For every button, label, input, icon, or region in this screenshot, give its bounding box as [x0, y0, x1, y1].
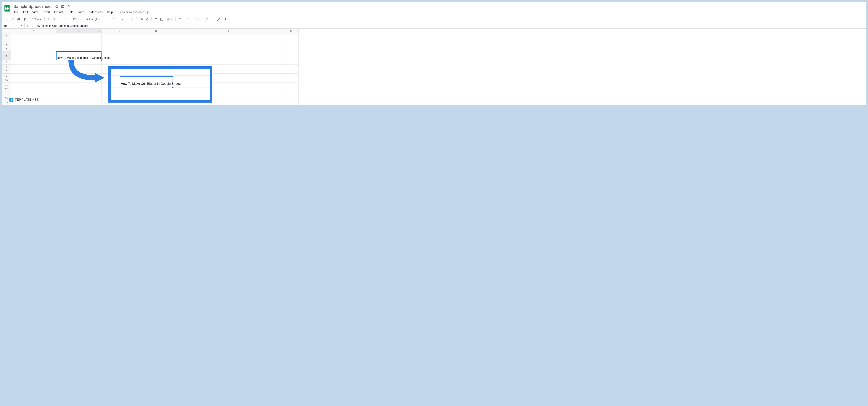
cell[interactable] — [211, 87, 247, 92]
cell[interactable] — [211, 96, 247, 100]
last-edit-link[interactable]: Last edit was seconds ago — [119, 10, 149, 13]
cell[interactable] — [175, 47, 211, 51]
row-header-5[interactable]: 5 — [2, 51, 11, 60]
select-all-corner[interactable] — [2, 29, 11, 33]
text-color-icon[interactable]: A — [145, 16, 150, 22]
strikethrough-icon[interactable]: S — [139, 16, 144, 22]
increase-decimal-icon[interactable]: .00→ — [64, 16, 71, 22]
cell[interactable] — [138, 33, 175, 38]
cell[interactable] — [211, 82, 247, 87]
cell[interactable] — [211, 51, 247, 60]
cell[interactable] — [56, 100, 101, 105]
cell[interactable] — [284, 51, 299, 60]
col-header-c[interactable]: C — [101, 29, 138, 33]
undo-icon[interactable] — [4, 16, 10, 22]
menu-tools[interactable]: Tools — [76, 10, 86, 14]
cell[interactable] — [284, 38, 299, 42]
row-header-12[interactable]: 12 — [2, 87, 11, 92]
sheets-logo-icon[interactable] — [4, 4, 11, 12]
menu-file[interactable]: File — [12, 10, 21, 14]
menu-view[interactable]: View — [31, 10, 40, 14]
cell[interactable] — [11, 87, 56, 92]
cell[interactable] — [175, 51, 211, 60]
move-icon[interactable] — [61, 5, 64, 8]
cell[interactable] — [284, 92, 299, 96]
cell[interactable] — [211, 33, 247, 38]
cell[interactable] — [211, 38, 247, 42]
star-icon[interactable] — [55, 5, 59, 8]
insert-comment-icon[interactable] — [221, 16, 227, 22]
cell[interactable] — [284, 47, 299, 51]
cell[interactable] — [211, 100, 247, 105]
cell[interactable] — [138, 51, 175, 60]
print-icon[interactable] — [16, 16, 22, 22]
menu-format[interactable]: Format — [53, 10, 65, 14]
cell[interactable] — [284, 69, 299, 74]
row-header-4[interactable]: 4 — [2, 47, 11, 51]
spreadsheet-grid[interactable]: A B▼ C D E F G H 123456789101112131415 H… — [2, 29, 866, 105]
cell[interactable] — [175, 42, 211, 47]
cell[interactable] — [247, 47, 284, 51]
cell[interactable] — [138, 42, 175, 47]
cell[interactable] — [11, 69, 56, 74]
menu-help[interactable]: Help — [105, 10, 115, 14]
cell[interactable] — [211, 42, 247, 47]
font-dropdown[interactable]: Default (Ari...▼ — [85, 18, 108, 21]
col-header-h[interactable]: H — [284, 29, 299, 33]
cell[interactable] — [11, 74, 56, 78]
cell[interactable] — [284, 78, 299, 82]
italic-icon[interactable]: I — [133, 16, 139, 22]
more-formats-dropdown[interactable]: 123▼ — [71, 18, 81, 21]
cell[interactable] — [211, 69, 247, 74]
row-header-9[interactable]: 9 — [2, 74, 11, 78]
format-currency-icon[interactable]: $ — [46, 16, 51, 22]
cell[interactable] — [138, 38, 175, 42]
cell[interactable] — [56, 92, 101, 96]
cell[interactable] — [11, 33, 56, 38]
cell[interactable] — [56, 42, 101, 47]
row-header-2[interactable]: 2 — [2, 38, 11, 42]
cell[interactable] — [11, 47, 56, 51]
formula-input[interactable]: How To Make Cell Bigger in Google Sheets — [32, 24, 91, 27]
insert-link-icon[interactable] — [216, 16, 221, 22]
cell[interactable] — [101, 42, 138, 47]
cell[interactable] — [56, 96, 101, 100]
cell[interactable] — [175, 60, 211, 65]
row-header-13[interactable]: 13 — [2, 92, 11, 96]
col-header-a[interactable]: A — [11, 29, 56, 33]
cell[interactable] — [101, 38, 138, 42]
zoom-dropdown[interactable]: 100%▼ — [31, 18, 43, 21]
col-header-e[interactable]: E — [175, 29, 211, 33]
menu-extensions[interactable]: Extensions — [87, 10, 104, 14]
row-header-1[interactable]: 1 — [2, 33, 11, 38]
cell[interactable] — [211, 47, 247, 51]
cell[interactable] — [247, 74, 284, 78]
menu-data[interactable]: Data — [66, 10, 75, 14]
decrease-decimal-icon[interactable]: .0 ← — [57, 16, 64, 22]
cell[interactable] — [284, 100, 299, 105]
cell[interactable] — [11, 38, 56, 42]
cell[interactable] — [101, 47, 138, 51]
cell[interactable] — [175, 33, 211, 38]
cell[interactable] — [247, 82, 284, 87]
cell[interactable] — [247, 69, 284, 74]
row-header-11[interactable]: 11 — [2, 82, 11, 87]
cell[interactable] — [211, 65, 247, 69]
menu-edit[interactable]: Edit — [21, 10, 30, 14]
col-header-g[interactable]: G — [247, 29, 284, 33]
col-header-b[interactable]: B▼ — [56, 29, 101, 33]
cell[interactable] — [138, 47, 175, 51]
cell[interactable] — [211, 92, 247, 96]
cell[interactable] — [11, 78, 56, 82]
cell[interactable] — [247, 96, 284, 100]
cell[interactable] — [247, 78, 284, 82]
row-header-7[interactable]: 7 — [2, 65, 11, 69]
cell[interactable] — [138, 60, 175, 65]
cell[interactable] — [284, 42, 299, 47]
cell[interactable] — [56, 87, 101, 92]
merge-cells-dropdown[interactable]: ▼ — [165, 18, 174, 21]
cell[interactable] — [11, 82, 56, 87]
cell[interactable] — [211, 74, 247, 78]
row-header-10[interactable]: 10 — [2, 78, 11, 82]
cell[interactable] — [284, 82, 299, 87]
